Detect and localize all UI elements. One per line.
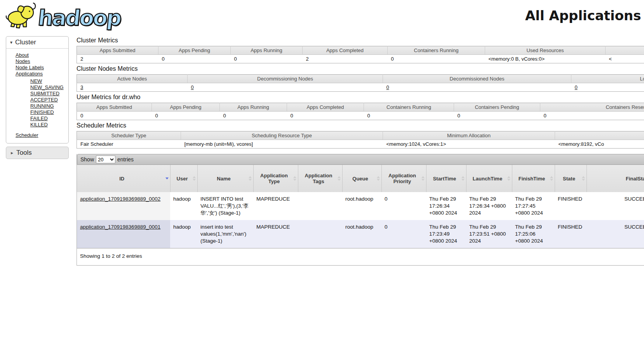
- cluster-metrics-value-row: 2 0 0 2 0 <memory:0 B, vCores:0> <: [77, 55, 644, 63]
- cluster-metrics-header-row: Apps Submitted Apps Pending Apps Running…: [77, 46, 644, 55]
- col-application-type[interactable]: Application Type: [253, 165, 298, 192]
- col-id[interactable]: ID: [77, 165, 170, 192]
- col-finalstatus[interactable]: FinalStatus: [587, 165, 644, 192]
- sidebar-item-new[interactable]: NEW: [30, 78, 67, 84]
- table-info: Showing 1 to 2 of 2 entries: [77, 248, 644, 266]
- tools-section-label: Tools: [16, 149, 32, 157]
- name-cell: insert into test values(1,'mm','nan') (S…: [197, 220, 253, 248]
- col-user-containers-reserved: Containers Reserved: [540, 103, 644, 112]
- entries-label: entries: [117, 156, 134, 163]
- sidebar-item-new-saving[interactable]: NEW_SAVING: [30, 84, 67, 90]
- user-metrics-value-row: 0 0 0 0 0 0 0: [77, 112, 644, 120]
- decommissioning-nodes-link[interactable]: 0: [191, 84, 194, 90]
- minimum-allocation-value: <memory:1024, vCores:1>: [383, 140, 555, 149]
- hadoop-logo: hadoop: [4, 2, 121, 30]
- col-decommissioned-nodes: Decommissioned Nodes: [383, 75, 571, 83]
- col-launchtime[interactable]: LaunchTime: [466, 165, 512, 192]
- col-finishtime[interactable]: FinishTime: [512, 165, 555, 192]
- col-queue[interactable]: Queue: [342, 165, 381, 192]
- table-row: application_1709198369889_0002 hadoop IN…: [77, 192, 644, 220]
- col-user-apps-running: Apps Running: [220, 103, 287, 112]
- user-containers-pending-value: 0: [454, 112, 540, 120]
- sidebar-item-applications[interactable]: Applications: [16, 71, 67, 77]
- col-apps-submitted: Apps Submitted: [77, 46, 158, 55]
- page-size-select[interactable]: 20: [96, 156, 115, 163]
- sidebar-item-nodes[interactable]: Nodes: [16, 58, 67, 64]
- main-content: Cluster Metrics Apps Submitted Apps Pend…: [77, 35, 644, 266]
- user-cell: hadoop: [170, 220, 197, 248]
- user-apps-completed-value: 0: [287, 112, 364, 120]
- application-link[interactable]: application_1709198369889_0001: [80, 224, 160, 230]
- sidebar-item-failed[interactable]: FAILED: [30, 115, 67, 121]
- applications-table: ID User Name Application Type Applicatio…: [77, 165, 644, 248]
- user-apps-submitted-value: 0: [77, 112, 152, 120]
- decommissioned-nodes-link[interactable]: 0: [386, 84, 389, 90]
- sort-desc-icon: [165, 178, 169, 180]
- sort-icons: [461, 176, 465, 181]
- cluster-metrics-table: Apps Submitted Apps Pending Apps Running…: [77, 46, 644, 63]
- scheduler-metrics-header-row: Scheduler Type Scheduling Resource Type …: [77, 131, 644, 140]
- sidebar-item-node-labels[interactable]: Node Labels: [16, 65, 67, 70]
- maximum-allocation-value: <memory:8192, vCo: [555, 140, 644, 149]
- tags-cell: [298, 192, 342, 220]
- sort-icons: [377, 176, 380, 181]
- applications-datatable: Show 20 entries ID User Name: [77, 154, 644, 266]
- launchtime-cell: Thu Feb 29 17:23:51 +0800 2024: [466, 220, 512, 248]
- cluster-accordion-header[interactable]: ▾ Cluster: [6, 37, 68, 49]
- sort-icons: [507, 176, 510, 181]
- finishtime-cell: Thu Feb 29 17:25:06 +0800 2024: [512, 220, 555, 248]
- col-starttime[interactable]: StartTime: [426, 165, 466, 192]
- hadoop-elephant-icon: [4, 2, 41, 30]
- user-metrics-table: Apps Submitted Apps Pending Apps Running…: [77, 103, 644, 120]
- sidebar-item-submitted[interactable]: SUBMITTED: [30, 91, 67, 96]
- sidebar-item-killed[interactable]: KILLED: [30, 122, 67, 128]
- cluster-nodes-metrics-title: Cluster Nodes Metrics: [77, 65, 644, 72]
- col-user[interactable]: User: [170, 165, 197, 192]
- col-name[interactable]: Name: [197, 165, 253, 192]
- cluster-section-label: Cluster: [15, 38, 36, 46]
- queue-cell: root.hadoop: [342, 192, 381, 220]
- containers-running-value: 0: [388, 55, 485, 63]
- cluster-nodes-header-row: Active Nodes Decommissioning Nodes Decom…: [77, 75, 644, 83]
- name-cell: INSERT INTO test VALU...红','男'),(3,'李华',…: [197, 192, 253, 220]
- tools-accordion-header[interactable]: ▸ Tools: [6, 147, 69, 159]
- col-user-containers-pending: Containers Pending: [454, 103, 540, 112]
- sidebar-item-finished[interactable]: FINISHED: [30, 109, 67, 115]
- sort-icons: [421, 176, 425, 181]
- sidebar-item-accepted[interactable]: ACCEPTED: [30, 97, 67, 103]
- scheduler-type-value: Fair Scheduler: [77, 140, 181, 149]
- col-user-containers-running: Containers Running: [364, 103, 454, 112]
- col-state[interactable]: State: [555, 165, 587, 192]
- sidebar-item-running[interactable]: RUNNING: [30, 103, 67, 109]
- chevron-right-icon: ▸: [11, 150, 13, 156]
- chevron-down-icon: ▾: [10, 40, 12, 45]
- col-application-priority[interactable]: Application Priority: [381, 165, 426, 192]
- apps-running-value: 0: [231, 55, 303, 63]
- starttime-cell: Thu Feb 29 17:26:34 +0800 2024: [426, 192, 466, 220]
- col-containers-running: Containers Running: [388, 46, 485, 55]
- table-row: application_1709198369889_0001 hadoop in…: [77, 220, 644, 248]
- col-application-tags[interactable]: Application Tags: [298, 165, 342, 192]
- type-cell: MAPREDUCE: [253, 192, 298, 220]
- page-title: All Applications: [525, 8, 641, 23]
- state-cell: FINISHED: [555, 192, 587, 220]
- application-link[interactable]: application_1709198369889_0002: [80, 196, 160, 202]
- lost-nodes-link[interactable]: 0: [575, 84, 578, 90]
- cluster-nodes-metrics-table: Active Nodes Decommissioning Nodes Decom…: [77, 74, 644, 92]
- sort-icons: [293, 176, 296, 181]
- sidebar-item-about[interactable]: About: [16, 52, 67, 58]
- col-maximum-allocation-clipped: [555, 131, 644, 140]
- applications-header-row: ID User Name Application Type Applicatio…: [77, 165, 644, 192]
- sidebar-item-scheduler[interactable]: Scheduler: [16, 132, 67, 138]
- apps-completed-value: 2: [303, 55, 388, 63]
- finalstatus-cell: SUCCEEDED: [587, 192, 644, 220]
- scheduling-resource-type-value: [memory-mb (unit=Mi), vcores]: [181, 140, 383, 149]
- apps-pending-value: 0: [158, 55, 231, 63]
- col-active-nodes: Active Nodes: [77, 75, 188, 83]
- state-cell: FINISHED: [555, 220, 587, 248]
- sort-icons: [550, 176, 553, 181]
- active-nodes-link[interactable]: 3: [80, 84, 83, 90]
- used-resources-value: <memory:0 B, vCores:0>: [485, 55, 606, 63]
- apps-submitted-value: 2: [77, 55, 158, 63]
- finalstatus-cell: SUCCEEDED: [587, 220, 644, 248]
